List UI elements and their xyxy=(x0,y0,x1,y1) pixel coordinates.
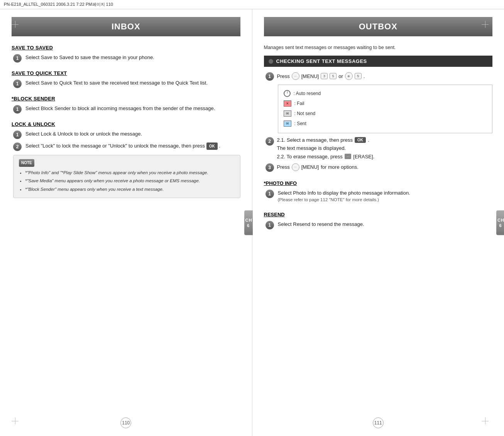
inbox-header: INBOX xyxy=(12,17,240,36)
sent-icon: ✉ xyxy=(284,120,291,127)
nav-icon: ⊕ xyxy=(345,72,353,80)
photo-info-sub: (Please refer to page 112 "NOTE" for mor… xyxy=(278,197,410,203)
lock-unlock-text-1: Select Lock & Unlock to lock or unlock t… xyxy=(25,130,142,138)
menu-key-icon-3: ··· xyxy=(292,163,299,171)
page-number-left: 110 xyxy=(120,417,131,428)
save-to-quick-text-text: Select Save to Quick Text to save the re… xyxy=(25,79,208,87)
resend-step1: 1 Select Resend to resend the message. xyxy=(266,221,493,229)
note-label: NOTE xyxy=(19,159,34,167)
note-box: NOTE *"Photo Info" and "*Play Slide Show… xyxy=(13,155,240,198)
checking-dot xyxy=(269,59,273,64)
sent-label: : Sent xyxy=(294,119,306,128)
photo-info-title: *PHOTO INFO xyxy=(264,180,493,186)
icon-not-send: ✉ : Not send xyxy=(284,109,487,118)
press-menu-row: Press ··· [MENU] 3 5 or ⊕ 5 . xyxy=(277,72,365,80)
step3-row: Press ··· [MENU] for more options. xyxy=(277,163,359,171)
page-number-right: 111 xyxy=(373,417,384,428)
checking-title: CHECKING SENT TEXT MESSAGES xyxy=(276,58,367,64)
ok-btn-step2: OK xyxy=(355,137,366,143)
inbox-page: INBOX SAVE TO SAVED 1 Select Save to Sav… xyxy=(0,9,252,436)
save-to-saved-step1: 1 Select Save to Saved to save the messa… xyxy=(13,54,240,63)
checking-step2: 2 2.1. Select a message, then press OK .… xyxy=(266,137,493,159)
icon-sent: ✉ : Sent xyxy=(284,119,487,128)
checking-step1: 1 Press ··· [MENU] 3 5 or ⊕ 5 . xyxy=(266,72,493,81)
save-to-saved-text: Select Save to Saved to save the message… xyxy=(25,54,154,61)
resend-text: Select Resend to resend the message. xyxy=(278,221,364,228)
step-circle-1: 1 xyxy=(13,54,22,63)
note-item-2: *"Save Media" menu appears only when you… xyxy=(25,177,235,184)
note-item-1: *"Photo Info" and "*Play Slide Show" men… xyxy=(25,169,235,176)
save-to-quick-text-title: SAVE TO QUICK TEXT xyxy=(12,70,240,76)
save-to-quick-text-step1: 1 Select Save to Quick Text to save the … xyxy=(13,79,240,88)
menu-label: [MENU] xyxy=(301,73,319,79)
block-sender-text: Select Block Sender to block all incomin… xyxy=(25,105,215,112)
step2-line1: 2.1. Select a message, then press OK . xyxy=(277,137,375,143)
block-sender-title: *BLOCK SENDER xyxy=(12,96,240,102)
key-5b: 5 xyxy=(355,73,362,79)
menu-label-3: [MENU] xyxy=(301,164,319,170)
crosshair-br xyxy=(482,417,489,424)
not-send-label: : Not send xyxy=(294,109,316,118)
crosshair-tr xyxy=(482,21,489,28)
step-circle-2: 1 xyxy=(13,80,22,88)
ch6-tab-right-page: CH 6 xyxy=(496,210,504,235)
lock-unlock-title: LOCK & UNLOCK xyxy=(12,121,240,127)
ok-button-inline: OK xyxy=(206,143,218,150)
note-list: *"Photo Info" and "*Play Slide Show" men… xyxy=(19,169,235,193)
step-circle-c2: 2 xyxy=(266,137,274,146)
step-circle-5: 2 xyxy=(13,143,22,151)
fail-label: : Fail xyxy=(294,99,304,108)
fail-icon: ✕ xyxy=(284,100,291,107)
top-bar: PN-E218_ALLTEL_060321 2006.3.21 7:22 PM페… xyxy=(0,0,504,9)
icon-auto-resend: : Auto resend xyxy=(284,89,487,98)
step2-line3: 2.2. To erase message, press ··· [ERASE]… xyxy=(277,154,375,159)
icon-fail: ✕ : Fail xyxy=(284,99,487,108)
photo-info-text: Select Photo Info to display the photo m… xyxy=(278,189,410,197)
icon-list-box: : Auto resend ✕ : Fail ✉ : Not send ✉ : … xyxy=(278,85,493,133)
step2-content: 2.1. Select a message, then press OK . T… xyxy=(277,137,375,159)
photo-info-content: Select Photo Info to display the photo m… xyxy=(278,189,410,204)
auto-resend-label: : Auto resend xyxy=(294,89,321,98)
photo-info-step1: 1 Select Photo Info to display the photo… xyxy=(266,189,493,204)
note-item-3: *"Block Sender" menu appears only when y… xyxy=(25,186,235,193)
outbox-intro: Manages sent text messages or messages w… xyxy=(264,45,493,50)
step-circle-3: 1 xyxy=(13,105,22,114)
lock-unlock-text-2: Select "Lock" to lock the message or "Un… xyxy=(25,142,220,150)
step-circle-4: 1 xyxy=(13,131,22,139)
key-3: 3 xyxy=(321,73,328,79)
lock-unlock-step2: 2 Select "Lock" to lock the message or "… xyxy=(13,142,240,151)
auto-resend-icon xyxy=(284,90,291,97)
save-to-saved-title: SAVE TO SAVED xyxy=(12,45,240,51)
step-circle-c3: 3 xyxy=(266,163,274,172)
step-circle-r1: 1 xyxy=(266,221,274,229)
checking-header: CHECKING SENT TEXT MESSAGES xyxy=(264,56,493,67)
step-circle-c1: 1 xyxy=(266,72,274,81)
key-5a: 5 xyxy=(330,73,337,79)
menu-key-icon: ··· xyxy=(292,72,299,80)
resend-title: RESEND xyxy=(264,212,493,217)
step-circle-p1: 1 xyxy=(266,190,274,198)
step2-line2: The text message is displayed. xyxy=(277,144,375,152)
lock-unlock-step1: 1 Select Lock & Unlock to lock or unlock… xyxy=(13,130,240,139)
block-sender-step1: 1 Select Block Sender to block all incom… xyxy=(13,105,240,114)
outbox-header: OUTBOX xyxy=(264,17,493,36)
menu-erase-btn: ··· xyxy=(345,154,352,159)
outbox-page: OUTBOX Manages sent text messages or mes… xyxy=(252,9,504,436)
not-send-icon: ✉ xyxy=(284,110,291,117)
crosshair-tl xyxy=(12,21,19,28)
ch6-tab-left-page: CH 6 xyxy=(244,210,253,235)
checking-step3: 3 Press ··· [MENU] for more options. xyxy=(266,163,493,172)
crosshair-bl xyxy=(12,417,19,424)
